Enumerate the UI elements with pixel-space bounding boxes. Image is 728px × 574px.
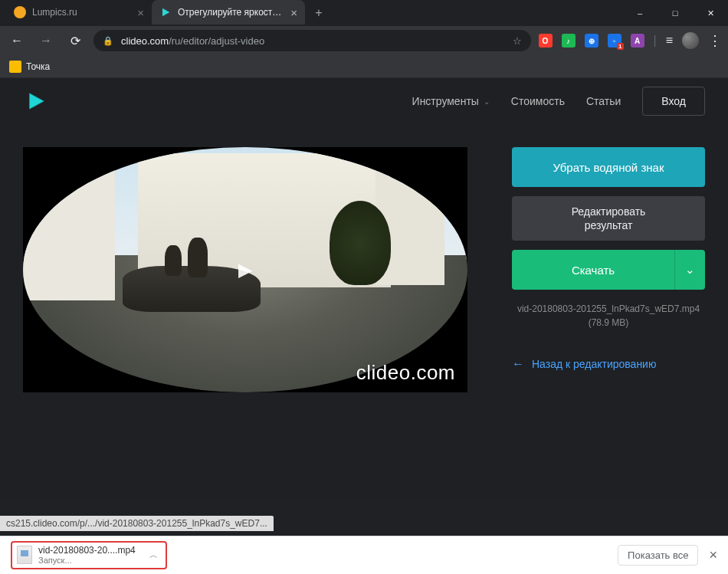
- download-text: vid-20180803-20....mp4 Запуск...: [38, 545, 136, 566]
- new-tab-button[interactable]: +: [308, 2, 330, 24]
- svg-marker-0: [162, 8, 169, 17]
- reading-list-icon[interactable]: ≡: [666, 34, 673, 48]
- url-text: clideo.com/ru/editor/adjust-video: [121, 35, 505, 47]
- extension-icon[interactable]: ⊕: [585, 34, 598, 48]
- edit-result-button[interactable]: Редактировать результат: [512, 196, 705, 241]
- download-status: Запуск...: [38, 556, 136, 566]
- download-button[interactable]: Скачать ⌄: [512, 250, 705, 290]
- reload-button[interactable]: ⟳: [64, 30, 86, 51]
- extensions-row: O ♪ ⊕ ▫1 A | ≡ ⋮: [539, 32, 723, 49]
- nav-tools[interactable]: Инструменты ⌄: [412, 95, 490, 107]
- download-options-chevron[interactable]: ⌄: [674, 250, 705, 290]
- favicon-clideo: [159, 6, 172, 18]
- extension-icon[interactable]: ▫1: [608, 34, 621, 48]
- bookmark-label: Точка: [26, 61, 50, 72]
- download-filename: vid-20180803-20....mp4: [38, 545, 136, 556]
- output-file-meta: vid-20180803-201255_lnPkad7s_wED7.mp4 (7…: [512, 302, 705, 330]
- file-name: vid-20180803-201255_lnPkad7s_wED7.mp4: [512, 302, 705, 316]
- nav-label: Инструменты: [412, 95, 479, 107]
- bookmark-item[interactable]: Точка: [9, 61, 50, 73]
- file-size: (78.9 MB): [512, 316, 705, 330]
- button-label-line1: Редактировать: [572, 205, 646, 218]
- tab-strip: Lumpics.ru × Отрегулируйте яркость, конт…: [0, 0, 330, 26]
- extension-icon[interactable]: O: [539, 34, 553, 48]
- browser-toolbar: ← → ⟳ 🔒 clideo.com/ru/editor/adjust-vide…: [0, 26, 728, 55]
- window-titlebar: Lumpics.ru × Отрегулируйте яркость, конт…: [0, 0, 728, 26]
- play-icon: ▶: [238, 259, 252, 280]
- arrow-left-icon: ←: [512, 357, 524, 371]
- bookmarks-bar: Точка: [0, 55, 728, 78]
- favicon-lumpics: [14, 6, 26, 18]
- watermark-text: clideo.com: [356, 361, 455, 385]
- back-button[interactable]: ←: [6, 30, 28, 51]
- tab-lumpics[interactable]: Lumpics.ru ×: [6, 0, 152, 25]
- chrome-menu-button[interactable]: ⋮: [708, 34, 722, 48]
- tab-clideo[interactable]: Отрегулируйте яркость, контра ×: [152, 0, 305, 25]
- close-icon[interactable]: ×: [290, 7, 297, 18]
- address-bar[interactable]: 🔒 clideo.com/ru/editor/adjust-video ☆: [93, 30, 531, 51]
- profile-avatar[interactable]: [682, 32, 699, 49]
- nav-articles[interactable]: Статьи: [586, 95, 621, 107]
- download-item[interactable]: vid-20180803-20....mp4 Запуск... ︿: [11, 541, 167, 570]
- chevron-up-icon[interactable]: ︿: [149, 549, 158, 561]
- close-shelf-button[interactable]: ×: [709, 547, 717, 563]
- extension-icon[interactable]: A: [631, 34, 644, 48]
- minimize-button[interactable]: –: [622, 0, 657, 26]
- close-icon[interactable]: ×: [137, 7, 144, 18]
- show-all-downloads-button[interactable]: Показать все: [618, 545, 698, 566]
- bookmark-star-icon[interactable]: ☆: [513, 35, 522, 47]
- site-header: Инструменты ⌄ Стоимость Статьи Вход: [0, 78, 728, 124]
- maximize-button[interactable]: □: [657, 0, 693, 26]
- svg-marker-1: [30, 93, 44, 109]
- site-nav: Инструменты ⌄ Стоимость Статьи Вход: [412, 87, 705, 116]
- chevron-down-icon: ⌄: [685, 263, 695, 277]
- clideo-logo[interactable]: [23, 88, 49, 114]
- chevron-down-icon: ⌄: [484, 97, 490, 106]
- back-to-editing-link[interactable]: ← Назад к редактированию: [512, 357, 705, 371]
- tab-title: Lumpics.ru: [32, 7, 133, 18]
- file-video-icon: [17, 546, 32, 564]
- forward-button[interactable]: →: [35, 30, 57, 51]
- video-column: ▶ clideo.com: [23, 147, 489, 477]
- downloads-shelf-right: Показать все ×: [618, 545, 717, 566]
- remove-watermark-button[interactable]: Убрать водяной знак: [512, 147, 705, 187]
- nav-pricing[interactable]: Стоимость: [511, 95, 565, 107]
- main-content: ▶ clideo.com Убрать водяной знак Редакти…: [0, 124, 728, 500]
- button-label-line2: результат: [585, 218, 633, 232]
- video-preview[interactable]: ▶ clideo.com: [23, 147, 467, 392]
- button-label: Скачать: [572, 264, 615, 277]
- window-controls: – □ ✕: [622, 0, 728, 26]
- link-label: Назад к редактированию: [532, 358, 656, 370]
- extension-icon[interactable]: ♪: [562, 34, 576, 48]
- status-bar: cs215.clideo.com/p/.../vid-20180803-2012…: [0, 516, 274, 531]
- folder-icon: [9, 61, 21, 73]
- actions-column: Убрать водяной знак Редактировать резуль…: [512, 147, 705, 477]
- tab-title: Отрегулируйте яркость, контра: [178, 7, 286, 18]
- lock-icon: 🔒: [103, 36, 113, 46]
- login-button[interactable]: Вход: [642, 87, 705, 116]
- close-window-button[interactable]: ✕: [693, 0, 728, 26]
- downloads-shelf: vid-20180803-20....mp4 Запуск... ︿ Показ…: [0, 536, 728, 574]
